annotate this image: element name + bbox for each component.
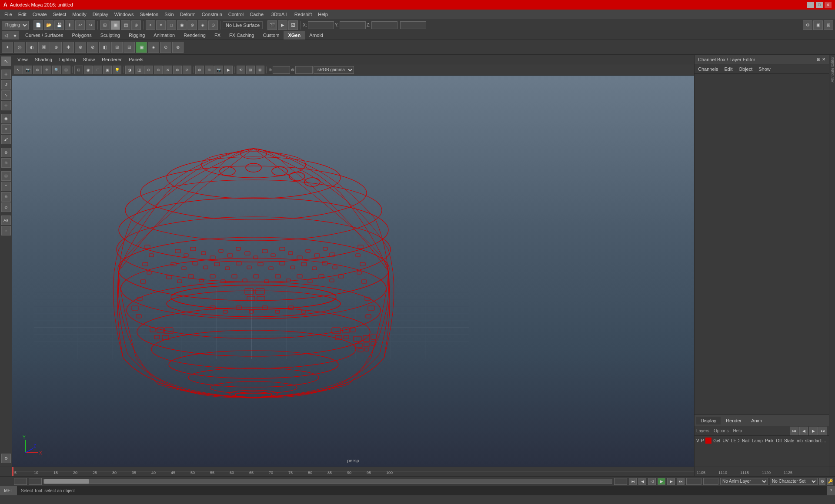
ipr-btn[interactable]: ▶	[278, 20, 287, 30]
close-button[interactable]: ✕	[825, 2, 832, 8]
menu-file[interactable]: File	[2, 11, 15, 18]
render-global[interactable]: 🎬	[267, 20, 277, 30]
cb-tab-show[interactable]: Show	[757, 66, 772, 73]
range-slider[interactable]	[43, 479, 612, 484]
vp-camera-btn[interactable]: 📷	[23, 66, 32, 74]
le-next2-btn[interactable]: ⏭	[818, 427, 827, 435]
xgen-icon-13[interactable]: ◈	[148, 42, 159, 53]
z-input[interactable]	[371, 21, 397, 29]
soft-mod-btn[interactable]: ◉	[1, 114, 11, 123]
xgen-icon-11[interactable]: ⊟	[124, 42, 135, 53]
shelf-animation[interactable]: Animation	[149, 31, 179, 40]
range-slider-thumb[interactable]	[44, 479, 89, 484]
cb-float-btn[interactable]: ⊞	[817, 57, 820, 62]
resolution-gate-btn[interactable]: ⊞	[824, 20, 833, 30]
vp-menu-view[interactable]: View	[16, 56, 30, 63]
step-fwd-btn[interactable]: ▶	[667, 478, 675, 485]
select-by-object[interactable]: ▣	[110, 20, 120, 30]
xgen-icon-6[interactable]: ✚	[63, 42, 74, 53]
snap-grid[interactable]: ⊕	[131, 20, 141, 30]
xgen-icon-4[interactable]: ⌘	[38, 42, 50, 53]
menu-cache[interactable]: Cache	[247, 11, 266, 18]
shelf-polygons[interactable]: Polygons	[67, 31, 96, 40]
soft-select[interactable]: ◉	[177, 20, 187, 30]
menu-skeleton[interactable]: Skeleton	[137, 11, 161, 18]
shelf-fx-caching[interactable]: FX Caching	[225, 31, 258, 40]
paint-select[interactable]: ✦	[156, 20, 166, 30]
xgen-icon-9[interactable]: ◧	[99, 42, 110, 53]
sculpt-btn[interactable]: ✦	[1, 124, 11, 134]
menu-redshift[interactable]: Redshift	[292, 11, 314, 18]
select-by-hierarchy[interactable]: ⊞	[100, 20, 110, 30]
vp-xray-btn[interactable]: ◫	[135, 66, 144, 74]
shelf-xgen[interactable]: XGen	[284, 31, 305, 40]
skip-to-start-btn[interactable]: ⏮	[629, 478, 637, 485]
vp-menu-renderer[interactable]: Renderer	[100, 56, 124, 63]
render-settings-btn[interactable]: ⚙	[803, 20, 812, 30]
viewport-3d[interactable]: X Y Z persp	[12, 76, 694, 467]
menu-windows[interactable]: Windows	[112, 11, 137, 18]
vp-snap-btn[interactable]: ✕	[164, 66, 172, 74]
select-by-component[interactable]: ▤	[121, 20, 130, 30]
xgen-icon-5[interactable]: ⊕	[50, 42, 62, 53]
x-input[interactable]	[308, 21, 334, 29]
measure-btn[interactable]: ↔	[1, 226, 11, 235]
current-frame-input[interactable]: 1	[14, 478, 27, 485]
scale-tool-btn[interactable]: ⤡	[1, 90, 11, 100]
vp-dolly-btn[interactable]: ⊕	[33, 66, 42, 74]
play-back-btn[interactable]: ◁	[648, 478, 656, 485]
xgen-icon-15[interactable]: ⊗	[172, 42, 184, 53]
settings-btn[interactable]: ⚙	[1, 454, 11, 463]
curve-snap-btn[interactable]: ⌃	[1, 182, 11, 191]
open-scene-btn[interactable]: 📂	[44, 20, 53, 30]
menu-3dtall[interactable]: -3DtoAll-	[267, 11, 291, 18]
xgen-icon-12[interactable]: ▣	[136, 42, 147, 53]
vp-colorspace-select[interactable]: sRGB gamma	[314, 66, 354, 74]
point-snap-btn[interactable]: ⊛	[1, 192, 11, 202]
marquee-select[interactable]: □	[167, 20, 176, 30]
cb-tab-edit[interactable]: Edit	[722, 66, 734, 73]
shelf-custom[interactable]: Custom	[259, 31, 284, 40]
vp-smooth-btn[interactable]: ◉	[84, 66, 93, 74]
vp-textured-btn[interactable]: ▣	[103, 66, 112, 74]
play-forward-btn[interactable]: ▶	[658, 478, 665, 485]
shelf-sculpting[interactable]: Sculpting	[96, 31, 124, 40]
range-end-input[interactable]: 120	[614, 478, 627, 485]
show-manip-btn[interactable]: ⊕	[1, 148, 11, 157]
lasso-select[interactable]: ⌖	[146, 20, 155, 30]
vp-shade-obj[interactable]: ◑	[125, 66, 134, 74]
vp-gimbal[interactable]: ⟲	[237, 66, 245, 74]
vp-hud2-btn[interactable]: ⊘	[183, 66, 191, 74]
menu-skin[interactable]: Skin	[162, 11, 176, 18]
key-btn[interactable]: 🔑	[827, 478, 833, 485]
vp-panel-config[interactable]: ⊠	[256, 66, 264, 74]
timeline-bar[interactable]: 5 10 15 20 25 30 35 40 45 50 55 60 65 70…	[12, 467, 694, 476]
camera-seq[interactable]: ⊙	[208, 20, 218, 30]
char-set-btn[interactable]: ⚙	[819, 478, 825, 485]
layer-row-gel[interactable]: V P Gel_UV_LED_Nail_Lamp_Pink_Off_State_…	[695, 436, 829, 445]
menu-create[interactable]: Create	[30, 11, 50, 18]
surface-snap-btn[interactable]: ⊘	[1, 202, 11, 212]
skip-to-end-btn[interactable]: ⏭	[677, 478, 685, 485]
tweak-mode[interactable]: ◈	[198, 20, 207, 30]
menu-display[interactable]: Display	[90, 11, 111, 18]
vp-isolate-btn[interactable]: ⊙	[144, 66, 153, 74]
menu-select[interactable]: Select	[50, 11, 69, 18]
le-tab-anim[interactable]: Anim	[747, 417, 766, 424]
vp-fit-btn[interactable]: ⊞	[62, 66, 70, 74]
menu-constrain[interactable]: Constrain	[199, 11, 225, 18]
vp-hud-btn[interactable]: ⊗	[173, 66, 182, 74]
undo-btn[interactable]: ↩	[75, 20, 85, 30]
shelf-fx[interactable]: FX	[210, 31, 225, 40]
select-tool-btn[interactable]: ↖	[1, 56, 11, 66]
vp-menu-panels[interactable]: Panels	[127, 56, 145, 63]
vp-attr2[interactable]: ⊞	[246, 66, 255, 74]
le-prev2-btn[interactable]: ◀	[799, 427, 808, 435]
shelf-rendering[interactable]: Rendering	[179, 31, 210, 40]
xgen-icon-3[interactable]: ◐	[26, 42, 37, 53]
grid-snap-btn[interactable]: ⊞	[1, 171, 11, 181]
move-tool-btn[interactable]: ✛	[1, 70, 11, 79]
xgen-icon-1[interactable]: ✦	[2, 42, 13, 53]
shelf-arnold[interactable]: Arnold	[305, 31, 327, 40]
range-start-input[interactable]: 1	[29, 478, 42, 485]
